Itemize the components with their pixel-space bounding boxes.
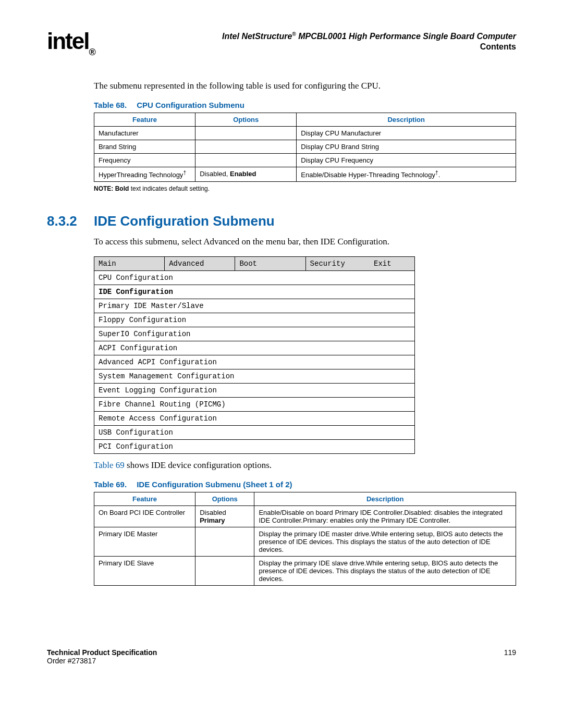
footer-page-number: 119	[504, 648, 516, 665]
logo-reg: ®	[89, 47, 94, 57]
after-menu-paragraph: Table 69 shows IDE device configuration …	[94, 460, 516, 471]
menu-item: Remote Access Configuration	[94, 412, 415, 426]
menu-item: Floppy Configuration	[94, 313, 415, 327]
table-row: Brand String Display CPU Brand String	[94, 140, 516, 153]
menu-item: IDE Configuration	[94, 285, 415, 299]
footer-title: Technical Product Specification	[47, 648, 157, 657]
menu-item: Event Logging Configuration	[94, 384, 415, 398]
table69-h2: Description	[254, 492, 516, 506]
menu-item: CPU Configuration	[94, 271, 415, 285]
section-heading-8-3-2: 8.3.2 IDE Configuration Submenu	[47, 213, 516, 229]
table68-h0: Feature	[94, 113, 195, 126]
table68-caption: Table 68. CPU Configuration Submenu	[94, 101, 516, 109]
footer-order: Order #273817	[47, 657, 157, 665]
logo-text: intel	[47, 28, 89, 54]
menu-item: Advanced ACPI Configuration	[94, 355, 415, 369]
table69-h0: Feature	[94, 492, 195, 506]
table-row: HyperThreading Technology† Disabled, Ena…	[94, 167, 516, 181]
table68-h2: Description	[297, 113, 516, 126]
intel-logo: intel®	[47, 28, 95, 57]
menu-item: SuperIO Configuration	[94, 327, 415, 341]
menu-tab-boot: Boot	[235, 257, 305, 271]
intro-paragraph: The submenu represented in the following…	[94, 81, 516, 91]
table68-note: NOTE: Bold text indicates default settin…	[94, 185, 516, 192]
page-content: The submenu represented in the following…	[94, 81, 516, 586]
table-row: Frequency Display CPU Frequency	[94, 153, 516, 167]
menu-item: PCI Configuration	[94, 440, 415, 454]
menu-tabs: Main Advanced Boot Security Exit	[94, 257, 415, 271]
page-header: intel® Intel NetStructure® MPCBL0001 Hig…	[47, 31, 516, 60]
table-row: On Board PCI IDE Controller DisabledPrim…	[94, 506, 516, 527]
section-paragraph: To access this submenu, select Advanced …	[94, 237, 516, 247]
table-row: Primary IDE Master Display the primary I…	[94, 527, 516, 557]
menu-item: Fibre Channel Routing (PICMG)	[94, 398, 415, 412]
menu-item: USB Configuration	[94, 426, 415, 440]
header-title: Intel NetStructure® MPCBL0001 High Perfo…	[105, 31, 516, 41]
menu-item: System Management Configuration	[94, 369, 415, 384]
footer-left: Technical Product Specification Order #2…	[47, 648, 157, 665]
table-row: Manufacturer Display CPU Manufacturer	[94, 126, 516, 140]
table69: Feature Options Description On Board PCI…	[94, 492, 516, 586]
table69-caption: Table 69. IDE Configuration Submenu (She…	[94, 480, 516, 489]
menu-tab-exit: Exit	[370, 257, 414, 271]
table-row: Primary IDE Slave Display the primary ID…	[94, 557, 516, 586]
table69-xref: Table 69	[94, 460, 125, 470]
table68-h1: Options	[195, 113, 297, 126]
header-right: Intel NetStructure® MPCBL0001 High Perfo…	[105, 31, 516, 52]
menu-item: ACPI Configuration	[94, 341, 415, 355]
header-subtitle: Contents	[105, 42, 516, 52]
bios-menu-table: Main Advanced Boot Security Exit CPU Con…	[94, 256, 415, 454]
table68: Feature Options Description Manufacturer…	[94, 113, 516, 182]
page-footer: Technical Product Specification Order #2…	[47, 648, 516, 665]
menu-item: Primary IDE Master/Slave	[94, 299, 415, 313]
menu-tab-main: Main	[94, 257, 165, 271]
menu-tab-advanced: Advanced	[165, 257, 235, 271]
menu-tab-security: Security	[305, 257, 370, 271]
table69-h1: Options	[195, 492, 254, 506]
